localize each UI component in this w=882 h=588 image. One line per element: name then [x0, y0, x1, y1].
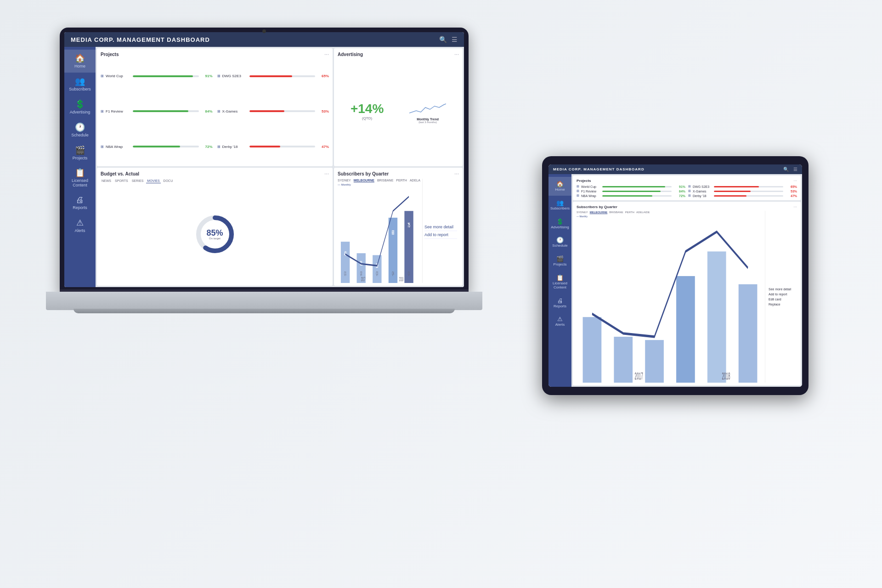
city-sydney[interactable]: SYDNEY: [338, 179, 351, 182]
sidebar-item-licensed-content[interactable]: 📋 Licensed Content: [64, 164, 96, 192]
tablet-header: MEDIA CORP. MANAGEMENT DASHBOARD 🔍 ☰: [548, 164, 802, 174]
svg-text:Q4: Q4: [392, 271, 394, 277]
advertising-icon: 💲: [75, 99, 85, 109]
tablet-prog-bg-dwg: [714, 186, 783, 187]
project-icon-dwg: ⊞: [217, 74, 220, 78]
tablet-bar-chart: 2017 2018: [577, 219, 763, 383]
svg-text:68: 68: [392, 229, 394, 236]
tablet-city-perth[interactable]: PERTH: [625, 211, 634, 214]
tablet-proj-icon-wc: ⊞: [577, 185, 579, 188]
tablet-proj-icon-xg: ⊞: [688, 189, 691, 193]
sidebar-item-subscribers[interactable]: 👥 Subscribers: [64, 73, 96, 96]
project-name-world-cup: World Cup: [106, 74, 131, 78]
tablet-projects-title: Projects: [577, 179, 591, 183]
tablet-city-sydney[interactable]: SYDNEY: [577, 211, 588, 214]
tablet-city-melbourne[interactable]: MELBOURNE: [590, 211, 608, 214]
budget-card: Budget vs. Actual ··· NEWS SPORTS SERIES…: [97, 168, 333, 286]
sidebar-item-reports[interactable]: 🖨 Reports: [64, 192, 96, 214]
tablet-projects-header: Projects ···: [577, 178, 797, 183]
donut-container: 85% On target: [101, 185, 329, 283]
subscribers-icon: 👥: [75, 76, 85, 86]
advertising-card-menu[interactable]: ···: [454, 51, 459, 57]
tablet-proj-icon-derby: ⊞: [688, 194, 691, 198]
sidebar-item-projects[interactable]: 🎬 Projects: [64, 141, 96, 164]
tablet-city-adelaide[interactable]: ADELAIDE: [636, 211, 650, 214]
tablet-subscribers-menu[interactable]: ···: [793, 204, 797, 209]
tablet: MEDIA CORP. MANAGEMENT DASHBOARD 🔍 ☰ 🏠 H…: [542, 156, 808, 395]
tablet-ctx-edit-card[interactable]: Edit card: [767, 297, 796, 302]
tablet-proj-name-wc: World Cup: [581, 185, 600, 188]
search-icon[interactable]: 🔍: [439, 36, 447, 43]
tablet-sidebar-home[interactable]: 🏠 Home: [548, 177, 571, 196]
tablet-sidebar-alerts[interactable]: ⚠ Alerts: [548, 312, 571, 331]
svg-text:Q2: Q2: [360, 271, 362, 277]
context-see-more[interactable]: See more detail: [424, 223, 457, 231]
tablet-prog-bg-wc: [602, 186, 672, 187]
tablet-sidebar-reports[interactable]: 🖨 Reports: [548, 294, 571, 312]
tablet-pct-wc: 91%: [673, 185, 685, 188]
home-icon: 🏠: [75, 53, 85, 63]
tablet-sidebar-licensed[interactable]: 📋 Licensed Content: [548, 271, 571, 294]
project-row-xgames: ⊞ X-Games 53%: [217, 95, 329, 129]
tablet-sidebar-label-alerts: Alerts: [555, 323, 565, 327]
menu-icon[interactable]: ☰: [452, 36, 458, 43]
project-row-dwg: ⊞ DWG S2E3 65%: [217, 59, 329, 93]
budget-tab-series[interactable]: SERIES: [131, 179, 145, 183]
tablet-sidebar-subscribers[interactable]: 👥 Subscribers: [548, 196, 571, 215]
budget-tab-news[interactable]: NEWS: [101, 179, 112, 183]
project-row-f1: ⊞ F1 Review 84%: [101, 95, 213, 129]
tablet-sidebar-schedule[interactable]: 🕐 Schedule: [548, 233, 571, 252]
tablet-search-icon[interactable]: 🔍: [783, 167, 789, 172]
tablet-sidebar-label-schedule: Schedule: [552, 244, 567, 248]
subscribers-card-menu[interactable]: ···: [454, 170, 459, 177]
sidebar-item-alerts[interactable]: ⚠ Alerts: [64, 214, 96, 237]
tablet-ctx-see-more[interactable]: See more detail: [767, 287, 796, 292]
tablet-sidebar-projects[interactable]: 🎬 Projects: [548, 252, 571, 271]
progress-bg-derby: [249, 146, 316, 147]
sidebar-item-advertising[interactable]: 💲 Advertising: [64, 96, 96, 119]
city-melbourne[interactable]: MELBOURNE: [354, 179, 374, 182]
tablet-ctx-replace[interactable]: Replace: [767, 302, 796, 307]
tablet-prog-bg-derby: [714, 195, 783, 197]
sidebar-item-home[interactable]: 🏠 Home: [64, 50, 96, 73]
advertising-trend-block: Monthly Trend (last 3 months): [409, 99, 446, 124]
tablet-advertising-icon: 💲: [556, 218, 564, 225]
svg-rect-2: [341, 242, 350, 283]
subscribers-card-header: Subscribers by Quarter ···: [338, 170, 459, 177]
tablet-projects-menu[interactable]: ···: [793, 178, 797, 183]
city-adelaide[interactable]: ADELAIDE: [410, 179, 420, 182]
sidebar-item-schedule[interactable]: 🕐 Schedule: [64, 119, 96, 141]
bar-chart-container: 43 31 29 68 75 2017: [338, 187, 420, 283]
budget-tab-sports[interactable]: SPORTS: [114, 179, 129, 183]
budget-card-menu[interactable]: ···: [324, 170, 329, 177]
project-name-nba: NBA Wrap: [106, 145, 131, 149]
bar-chart-svg: 43 31 29 68 75 2017: [338, 187, 420, 283]
context-add-report[interactable]: Add to report: [424, 231, 457, 239]
budget-tab-docu[interactable]: DOCU: [163, 179, 174, 183]
svg-rect-19: [583, 317, 602, 383]
project-name-dwg: DWG S2E3: [222, 74, 248, 78]
subscribers-card: Subscribers by Quarter ··· SYDNEY MELBOU…: [334, 168, 463, 286]
tablet-menu-icon[interactable]: ☰: [793, 167, 797, 172]
svg-text:Q1: Q1: [408, 271, 410, 277]
projects-card-header: Projects ···: [101, 51, 329, 57]
alerts-icon: ⚠: [76, 218, 84, 228]
progress-bg-f1: [133, 110, 199, 112]
progress-bg-dwg: [249, 75, 316, 77]
tablet-ctx-add-report[interactable]: Add to report: [767, 292, 796, 297]
projects-card-menu[interactable]: ···: [324, 51, 329, 57]
budget-tab-movies[interactable]: MOVIES: [146, 179, 160, 183]
svg-rect-21: [645, 340, 664, 383]
tablet-sidebar-advertising[interactable]: 💲 Advertising: [548, 215, 571, 233]
city-brisbane[interactable]: BRISBANE: [377, 179, 393, 182]
subscribers-chart-area: SYDNEY MELBOURNE BRISBANE PERTH ADELAIDE…: [338, 179, 420, 283]
advertising-card: Advertising ··· +14% (QTD): [334, 48, 463, 166]
city-perth[interactable]: PERTH: [396, 179, 407, 182]
tablet-title: MEDIA CORP. MANAGEMENT DASHBOARD: [553, 167, 645, 171]
advertising-qtd-block: +14% (QTD): [351, 102, 384, 120]
svg-rect-24: [739, 284, 758, 383]
projects-card-title: Projects: [101, 52, 119, 57]
tablet-city-brisbane[interactable]: BRISBANE: [609, 211, 623, 214]
licensed-content-icon: 📋: [75, 168, 85, 178]
svg-text:Q3: Q3: [376, 271, 379, 277]
